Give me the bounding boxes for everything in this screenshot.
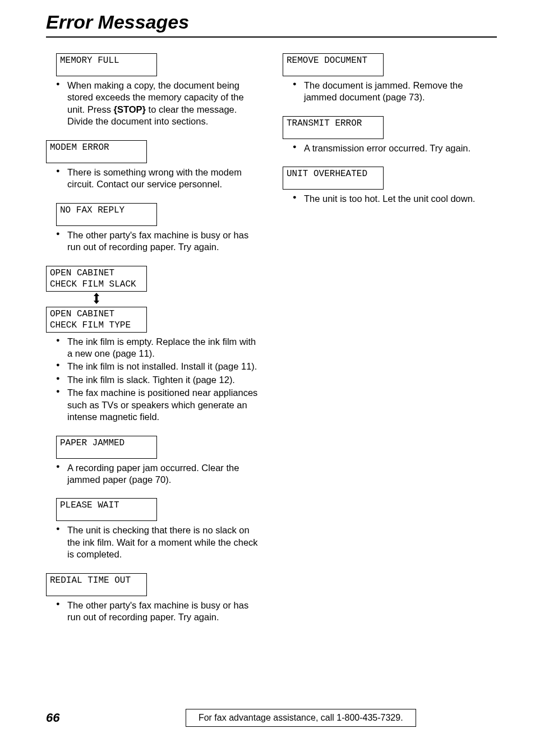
list-memory-full: When making a copy, the document being s… — [46, 80, 260, 128]
section-please-wait: PLEASE WAIT The unit is checking that th… — [46, 498, 260, 560]
content-columns: MEMORY FULL When making a copy, the docu… — [46, 53, 497, 636]
code-open-cabinet-type: OPEN CABINET CHECK FILM TYPE — [46, 307, 147, 333]
code-line: CHECK FILM SLACK — [50, 279, 136, 289]
list-item: The unit is checking that there is no sl… — [56, 524, 260, 560]
code-redial-time-out: REDIAL TIME OUT — [46, 573, 147, 596]
list-paper-jammed: A recording paper jam occurred. Clear th… — [46, 462, 260, 486]
list-item: The other party's fax machine is busy or… — [56, 600, 260, 624]
list-item: When making a copy, the document being s… — [56, 80, 260, 128]
code-unit-overheated: UNIT OVERHEATED — [283, 167, 384, 190]
list-no-fax-reply: The other party's fax machine is busy or… — [46, 229, 260, 253]
stop-button-label: STOP — [114, 104, 146, 114]
code-open-cabinet-slack: OPEN CABINET CHECK FILM SLACK — [46, 266, 147, 292]
list-item: The ink film is empty. Replace the ink f… — [56, 336, 260, 360]
section-no-fax-reply: NO FAX REPLY The other party's fax machi… — [46, 203, 260, 253]
code-no-fax-reply: NO FAX REPLY — [56, 203, 157, 226]
list-transmit-error: A transmission error occurred. Try again… — [283, 142, 497, 154]
section-remove-document: REMOVE DOCUMENT The document is jammed. … — [283, 53, 497, 104]
list-item: The fax machine is positioned near appli… — [56, 387, 260, 423]
list-item: A recording paper jam occurred. Clear th… — [56, 462, 260, 486]
section-transmit-error: TRANSMIT ERROR A transmission error occu… — [283, 116, 497, 154]
list-modem-error: There is something wrong with the modem … — [46, 167, 260, 191]
code-line: CHECK FILM TYPE — [50, 320, 131, 330]
code-line: OPEN CABINET — [50, 268, 114, 278]
section-modem-error: MODEM ERROR There is something wrong wit… — [46, 140, 260, 191]
section-unit-overheated: UNIT OVERHEATED The unit is too hot. Let… — [283, 167, 497, 205]
code-line: OPEN CABINET — [50, 309, 114, 319]
list-remove-document: The document is jammed. Remove the jamme… — [283, 80, 497, 104]
section-redial-time-out: REDIAL TIME OUT The other party's fax ma… — [46, 573, 260, 624]
left-column: MEMORY FULL When making a copy, the docu… — [46, 53, 260, 636]
list-redial-time-out: The other party's fax machine is busy or… — [46, 600, 260, 624]
section-open-cabinet: OPEN CABINET CHECK FILM SLACK OPEN CABIN… — [46, 266, 260, 423]
footer-assistance: For fax advantage assistance, call 1-800… — [186, 709, 416, 727]
section-memory-full: MEMORY FULL When making a copy, the docu… — [46, 53, 260, 128]
code-remove-document: REMOVE DOCUMENT — [283, 53, 384, 76]
code-transmit-error: TRANSMIT ERROR — [283, 116, 384, 139]
code-paper-jammed: PAPER JAMMED — [56, 436, 157, 459]
list-item: The ink film is not installed. Install i… — [56, 361, 260, 372]
code-memory-full: MEMORY FULL — [56, 53, 157, 76]
list-open-cabinet: The ink film is empty. Replace the ink f… — [46, 336, 260, 423]
code-please-wait: PLEASE WAIT — [56, 498, 157, 521]
footer: 66 For fax advantage assistance, call 1-… — [46, 709, 497, 727]
list-item: There is something wrong with the modem … — [56, 167, 260, 191]
double-arrow-icon — [46, 293, 147, 306]
page-title: Error Messages — [46, 11, 497, 38]
list-item: A transmission error occurred. Try again… — [293, 142, 497, 154]
list-item: The other party's fax machine is busy or… — [56, 229, 260, 253]
list-item: The unit is too hot. Let the unit cool d… — [293, 193, 497, 205]
list-item: The ink film is slack. Tighten it (page … — [56, 374, 260, 386]
right-column: REMOVE DOCUMENT The document is jammed. … — [283, 53, 497, 636]
list-item: The document is jammed. Remove the jamme… — [293, 80, 497, 104]
page-number: 66 — [46, 711, 59, 725]
list-unit-overheated: The unit is too hot. Let the unit cool d… — [283, 193, 497, 205]
code-modem-error: MODEM ERROR — [46, 140, 147, 163]
section-paper-jammed: PAPER JAMMED A recording paper jam occur… — [46, 436, 260, 486]
list-please-wait: The unit is checking that there is no sl… — [46, 524, 260, 560]
